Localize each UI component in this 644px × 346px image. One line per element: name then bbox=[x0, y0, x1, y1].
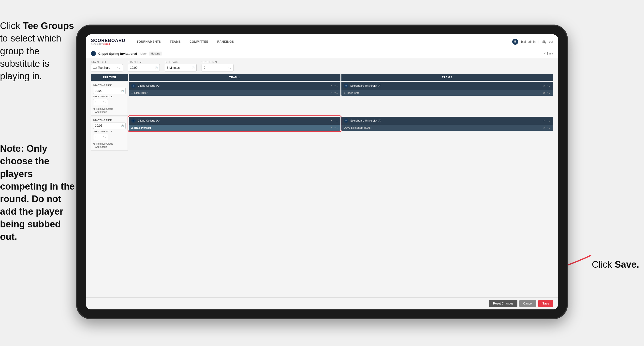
player-x-2-1[interactable]: ✕ bbox=[543, 92, 545, 94]
player-chevron-1-2[interactable]: ⌃⌄ bbox=[334, 126, 338, 129]
team1-chevron-2[interactable]: ⌃⌄ bbox=[334, 119, 338, 122]
starting-time-value-2: 10:05 bbox=[95, 124, 102, 127]
tee-group-row-1: STARTING TIME: 10:00 🕐 STARTING HOLE: 1 … bbox=[91, 82, 553, 116]
remove-group-label-2: Remove Group bbox=[96, 142, 113, 145]
team2-x-btn-1[interactable]: ✕ bbox=[543, 84, 545, 87]
add-group-label-1: + Add Group bbox=[93, 111, 107, 113]
player-x-1-2[interactable]: ✕ bbox=[330, 126, 332, 129]
team1-chevron-1[interactable]: ⌃⌄ bbox=[334, 84, 338, 87]
team2-group-header-2: S Scoreboard University (A) ✕ ⌃⌄ bbox=[342, 117, 553, 124]
tee-time-header: Tee Time bbox=[91, 74, 128, 81]
nav-teams[interactable]: TEAMS bbox=[166, 38, 185, 45]
team1-group-header-1: C Clippd College (A) ✕ ⌃⌄ bbox=[129, 82, 340, 90]
group-size-input[interactable]: 2 ⌃⌄ bbox=[202, 64, 234, 71]
starting-time-label-2: STARTING TIME: bbox=[93, 119, 126, 121]
team2-header: Team 2 bbox=[342, 74, 553, 81]
team2-group-card-2: S Scoreboard University (A) ✕ ⌃⌄ Dave Bi… bbox=[342, 117, 553, 131]
start-time-input[interactable]: 10:00 🕐 bbox=[128, 64, 160, 71]
instruction-bold-tee-groups: Tee Groups bbox=[23, 21, 74, 31]
starting-hole-input-2[interactable]: 1 ⌃⌄ bbox=[93, 134, 108, 140]
team1-icon-2: C bbox=[131, 118, 136, 123]
nav-items: TOURNAMENTS TEAMS COMMITTEE RANKINGS bbox=[133, 38, 512, 45]
user-avatar: B bbox=[512, 39, 518, 45]
player-x-2-2[interactable]: ✕ bbox=[543, 126, 545, 129]
team1-col-2: C Clippd College (A) ✕ ⌃⌄ 2. Blair McHar… bbox=[129, 117, 340, 131]
team2-x-btn-2[interactable]: ✕ bbox=[543, 119, 545, 122]
tee-table-header: Tee Time Team 1 Team 2 bbox=[91, 74, 553, 81]
starting-hole-label-1: STARTING HOLE: bbox=[93, 95, 126, 98]
player-row-1-2: 2. Blair McHarg ✕ ⌃⌄ bbox=[129, 124, 340, 131]
start-type-field: Start Type 1st Tee Start ⌃⌄ bbox=[91, 61, 123, 71]
player-row-2-2: Dave Billingham (SUB) ✕ ⌃⌄ bbox=[342, 124, 553, 131]
player-name-1-1: 1. Rich Butler bbox=[131, 91, 148, 94]
tee-group-row-2: STARTING TIME: 10:05 🕐 STARTING HOLE: 1 … bbox=[91, 117, 553, 151]
player-name-2-2: Dave Billingham (SUB) bbox=[344, 126, 372, 129]
team2-chevron-2[interactable]: ⌃⌄ bbox=[547, 119, 550, 122]
player-x-1-1[interactable]: ✕ bbox=[330, 92, 332, 94]
team2-group-header-1: S Scoreboard University (A) ✕ ⌃⌄ bbox=[342, 82, 553, 90]
player-row-1-1: 1. Rich Butler ✕ ⌃⌄ bbox=[129, 90, 340, 96]
nav-rankings[interactable]: RANKINGS bbox=[213, 38, 238, 45]
team1-col-1: C Clippd College (A) ✕ ⌃⌄ 1. Rich Butler… bbox=[129, 82, 340, 96]
team1-controls-2: ✕ ⌃⌄ bbox=[330, 119, 338, 122]
team2-name-1: Scoreboard University (A) bbox=[350, 84, 541, 87]
tee-table: Tee Time Team 1 Team 2 STARTING TIME: 10… bbox=[86, 74, 558, 297]
start-type-label: Start Type bbox=[91, 61, 123, 63]
intervals-input[interactable]: 5 Minutes 🕐 bbox=[165, 64, 197, 71]
add-group-btn-1[interactable]: + Add Group bbox=[93, 111, 126, 113]
remove-group-btn-1[interactable]: 🗑 Remove Group bbox=[93, 108, 126, 110]
player-name-1-2: 2. Blair McHarg bbox=[131, 126, 151, 129]
starting-hole-label-2: STARTING HOLE: bbox=[93, 130, 126, 133]
gender-badge: (Men) bbox=[139, 52, 146, 55]
save-button[interactable]: Save bbox=[538, 300, 553, 307]
add-group-label-2: + Add Group bbox=[93, 146, 107, 148]
team1-x-btn-2[interactable]: ✕ bbox=[330, 119, 332, 122]
time-clock-icon-2: 🕐 bbox=[121, 124, 124, 127]
team1-x-btn-1[interactable]: ✕ bbox=[330, 84, 332, 87]
nav-committee[interactable]: COMMITTEE bbox=[186, 38, 212, 45]
player-row-2-1: 1. Rees Britt ✕ ⌃⌄ bbox=[342, 90, 553, 96]
breadcrumb-left: C Clippd Spring Invitational (Men) Hosti… bbox=[91, 51, 162, 56]
logo-scoreboard: SCOREBOARD bbox=[91, 38, 125, 43]
remove-group-label-1: Remove Group bbox=[96, 108, 113, 110]
remove-group-btn-2[interactable]: 🗑 Remove Group bbox=[93, 142, 126, 145]
footer-bar: Reset Changes Cancel Save bbox=[86, 297, 558, 310]
starting-time-input-1[interactable]: 10:00 🕐 bbox=[93, 88, 126, 94]
team2-chevron-1[interactable]: ⌃⌄ bbox=[547, 84, 550, 87]
player-chevron-2-2[interactable]: ⌃⌄ bbox=[547, 126, 550, 129]
back-button[interactable]: < Back bbox=[544, 52, 553, 55]
team2-controls-1: ✕ ⌃⌄ bbox=[543, 84, 550, 87]
intervals-value: 5 Minutes bbox=[167, 66, 180, 69]
top-nav: SCOREBOARD Powered by clippd TOURNAMENTS… bbox=[86, 34, 558, 49]
logo-area: SCOREBOARD Powered by clippd bbox=[91, 38, 125, 45]
team1-group-card-2[interactable]: C Clippd College (A) ✕ ⌃⌄ 2. Blair McHar… bbox=[129, 117, 340, 131]
group-size-label: Group Size bbox=[202, 61, 234, 63]
team2-group-card-1: S Scoreboard University (A) ✕ ⌃⌄ 1. Rees… bbox=[342, 82, 553, 96]
reset-changes-button[interactable]: Reset Changes bbox=[489, 300, 518, 307]
player-chevron-1-1[interactable]: ⌃⌄ bbox=[334, 92, 338, 94]
instruction-text-rest: to select which group the substitute is … bbox=[0, 33, 61, 81]
player-controls-2-1: ✕ ⌃⌄ bbox=[543, 92, 550, 94]
hosting-badge: Hosting bbox=[149, 51, 162, 55]
team1-name-2: Clippd College (A) bbox=[138, 119, 328, 122]
trash-icon-2: 🗑 bbox=[93, 142, 96, 145]
starting-time-input-2[interactable]: 10:05 🕐 bbox=[93, 123, 126, 129]
player-chevron-2-1[interactable]: ⌃⌄ bbox=[547, 92, 550, 94]
tee-time-col-2: STARTING TIME: 10:05 🕐 STARTING HOLE: 1 … bbox=[91, 117, 128, 151]
click-save-bold: Save. bbox=[615, 259, 639, 270]
player-name-2-1: 1. Rees Britt bbox=[344, 91, 359, 94]
nav-tournaments[interactable]: TOURNAMENTS bbox=[133, 38, 165, 45]
starting-hole-input-1[interactable]: 1 ⌃⌄ bbox=[93, 99, 108, 105]
team1-group-card-1: C Clippd College (A) ✕ ⌃⌄ 1. Rich Butler… bbox=[129, 82, 340, 96]
instruction-tee-groups: Click Tee Groups to select which group t… bbox=[0, 20, 76, 82]
start-type-input[interactable]: 1st Tee Start ⌃⌄ bbox=[91, 64, 123, 71]
team2-controls-2: ✕ ⌃⌄ bbox=[543, 119, 550, 122]
sign-out-link[interactable]: Sign out bbox=[542, 40, 553, 43]
logo-clippd: clippd bbox=[103, 43, 110, 45]
group-actions-1: 🗑 Remove Group + Add Group bbox=[93, 108, 126, 113]
add-group-btn-2[interactable]: + Add Group bbox=[93, 146, 126, 148]
hole-arrow-2: ⌃⌄ bbox=[102, 136, 106, 138]
team2-col-2: S Scoreboard University (A) ✕ ⌃⌄ Dave Bi… bbox=[342, 117, 553, 131]
cancel-button[interactable]: Cancel bbox=[520, 300, 536, 307]
starting-hole-value-1: 1 bbox=[95, 100, 96, 104]
